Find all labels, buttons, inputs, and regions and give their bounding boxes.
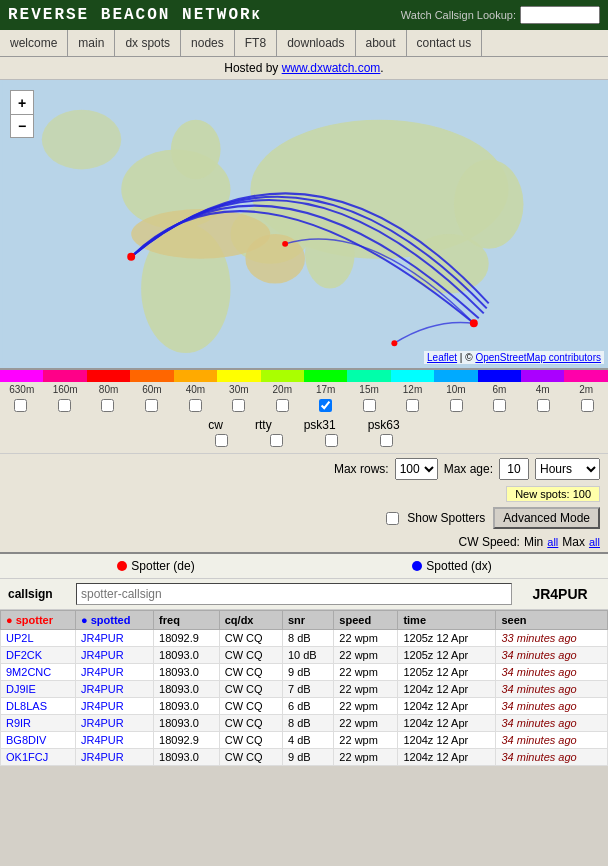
cell-cqdx: CW CQ: [219, 715, 282, 732]
cell-snr: 7 dB: [282, 681, 333, 698]
spotted-link[interactable]: JR4PUR: [81, 717, 124, 729]
cell-time: 1204z 12 Apr: [398, 715, 496, 732]
cell-time: 1204z 12 Apr: [398, 681, 496, 698]
spotter-link[interactable]: 9M2CNC: [6, 666, 51, 678]
map-container: + − Leaflet | © OpenStreetMap contributo…: [0, 80, 608, 370]
nav-contact-us[interactable]: contact us: [407, 30, 483, 56]
band-check-60m[interactable]: [145, 399, 158, 412]
nav-ft8[interactable]: FT8: [235, 30, 277, 56]
spotter-link[interactable]: UP2L: [6, 632, 34, 644]
nav-dx-spots[interactable]: dx spots: [115, 30, 181, 56]
spotter-link[interactable]: BG8DIV: [6, 734, 46, 746]
newspots-label: New spots:: [515, 488, 569, 500]
cell-spotted: JR4PUR: [75, 732, 153, 749]
band-check-15m[interactable]: [363, 399, 376, 412]
band-check-30m[interactable]: [232, 399, 245, 412]
th-snr: snr: [282, 611, 333, 630]
spotter-callsign-input[interactable]: [76, 583, 512, 605]
cell-freq: 18093.0: [154, 698, 220, 715]
table-row: R9IR JR4PUR 18093.0 CW CQ 8 dB 22 wpm 12…: [1, 715, 608, 732]
band-check-80m[interactable]: [101, 399, 114, 412]
spotted-link[interactable]: JR4PUR: [81, 666, 124, 678]
band-check-12m[interactable]: [406, 399, 419, 412]
max-age-input[interactable]: [499, 458, 529, 480]
nav-main[interactable]: main: [68, 30, 115, 56]
band-check-6m[interactable]: [493, 399, 506, 412]
band-check-17m[interactable]: [319, 399, 332, 412]
header: REVERSE BEACON NETWORK Watch Callsign Lo…: [0, 0, 608, 30]
th-seen: seen: [496, 611, 608, 630]
cell-freq: 18093.0: [154, 715, 220, 732]
spotted-link[interactable]: JR4PUR: [81, 700, 124, 712]
spotter-link[interactable]: DL8LAS: [6, 700, 47, 712]
mode-check-psk63[interactable]: [380, 434, 393, 447]
nav-downloads[interactable]: downloads: [277, 30, 355, 56]
spotted-link[interactable]: JR4PUR: [81, 751, 124, 763]
nav-welcome[interactable]: welcome: [0, 30, 68, 56]
cell-time: 1205z 12 Apr: [398, 630, 496, 647]
spotted-link[interactable]: JR4PUR: [81, 683, 124, 695]
spotter-link[interactable]: DJ9IE: [6, 683, 36, 695]
band-color-6m: [478, 370, 521, 382]
cell-speed: 22 wpm: [334, 647, 398, 664]
spotted-link[interactable]: JR4PUR: [81, 734, 124, 746]
spotter-link[interactable]: OK1FCJ: [6, 751, 48, 763]
leaflet-link[interactable]: Leaflet: [427, 352, 457, 363]
show-spotters-checkbox[interactable]: [386, 512, 399, 525]
cell-freq: 18093.0: [154, 749, 220, 766]
cell-speed: 22 wpm: [334, 630, 398, 647]
cell-freq: 18092.9: [154, 732, 220, 749]
cell-snr: 9 dB: [282, 749, 333, 766]
spotted-link[interactable]: JR4PUR: [81, 632, 124, 644]
cell-cqdx: CW CQ: [219, 630, 282, 647]
th-time: time: [398, 611, 496, 630]
zoom-out-button[interactable]: −: [10, 114, 34, 138]
table-row: 9M2CNC JR4PUR 18093.0 CW CQ 9 dB 22 wpm …: [1, 664, 608, 681]
cell-cqdx: CW CQ: [219, 732, 282, 749]
mode-check-psk31[interactable]: [325, 434, 338, 447]
spotter-link[interactable]: DF2CK: [6, 649, 42, 661]
max-rows-select[interactable]: 25 50 100 200 500: [395, 458, 438, 480]
max-age-unit-select[interactable]: Minutes Hours Days: [535, 458, 600, 480]
mode-check-cw[interactable]: [215, 434, 228, 447]
th-spotter: ● spotter: [1, 611, 76, 630]
band-check-4m[interactable]: [537, 399, 550, 412]
svg-point-13: [282, 241, 288, 247]
cell-seen: 34 minutes ago: [496, 647, 608, 664]
cell-cqdx: CW CQ: [219, 681, 282, 698]
cell-spotted: JR4PUR: [75, 681, 153, 698]
band-color-15m: [347, 370, 390, 382]
newspots-value: 100: [573, 488, 591, 500]
cwspeed-min-all-link[interactable]: all: [547, 536, 558, 548]
spotter-link[interactable]: R9IR: [6, 717, 31, 729]
band-check-20m[interactable]: [276, 399, 289, 412]
band-check-10m[interactable]: [450, 399, 463, 412]
table-row: DL8LAS JR4PUR 18093.0 CW CQ 6 dB 22 wpm …: [1, 698, 608, 715]
newspots-row: New spots: 100: [0, 484, 608, 504]
cwspeed-max-label: Max: [562, 535, 585, 549]
band-colors-bar: [0, 370, 608, 382]
nav-about[interactable]: about: [356, 30, 407, 56]
dxwatch-link[interactable]: www.dxwatch.com: [282, 61, 381, 75]
band-check-160m[interactable]: [58, 399, 71, 412]
osm-link[interactable]: OpenStreetMap contributors: [475, 352, 601, 363]
cell-spotted: JR4PUR: [75, 698, 153, 715]
svg-point-7: [454, 159, 524, 248]
callsign-lookup-input[interactable]: [520, 6, 600, 24]
band-check-630m[interactable]: [14, 399, 27, 412]
nav-nodes[interactable]: nodes: [181, 30, 235, 56]
spotter-legend-label: Spotter (de): [131, 559, 194, 573]
cell-snr: 10 dB: [282, 647, 333, 664]
cell-time: 1205z 12 Apr: [398, 647, 496, 664]
svg-point-9: [42, 110, 121, 170]
band-check-40m[interactable]: [189, 399, 202, 412]
controls-row: Max rows: 25 50 100 200 500 Max age: Min…: [0, 453, 608, 484]
mode-check-rtty[interactable]: [270, 434, 283, 447]
cwspeed-max-all-link[interactable]: all: [589, 536, 600, 548]
band-check-2m[interactable]: [581, 399, 594, 412]
cell-speed: 22 wpm: [334, 715, 398, 732]
th-cqdx: cq/dx: [219, 611, 282, 630]
advanced-mode-button[interactable]: Advanced Mode: [493, 507, 600, 529]
zoom-in-button[interactable]: +: [10, 90, 34, 114]
spotted-link[interactable]: JR4PUR: [81, 649, 124, 661]
